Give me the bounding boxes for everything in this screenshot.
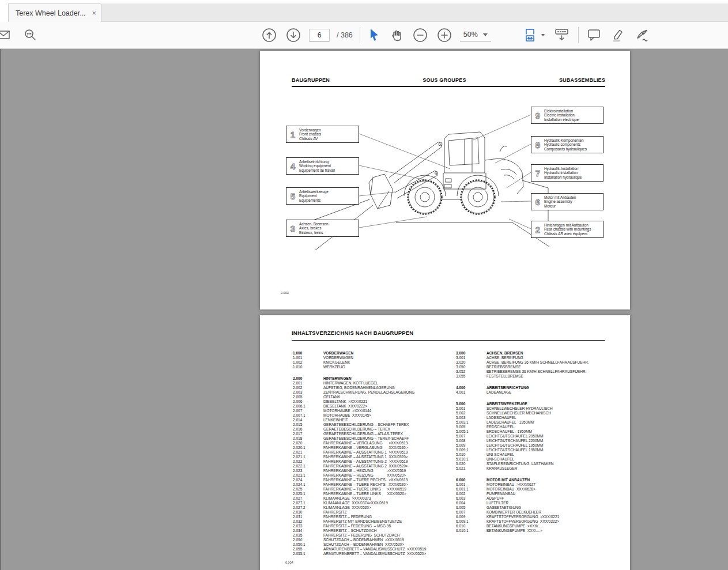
toc-entry: 5.009.1 LEICHTGUTSCHAUFEL 1950MM: [456, 448, 620, 452]
toc-entry-label: FAHRERSITZ – SCHUTZDACH: [323, 529, 376, 533]
toc-entry-number: 6.007: [456, 510, 486, 515]
toc-entry-label: FAHRERKABINE – TUERE RECHTS XXX/0520>: [323, 482, 408, 487]
label-line-de: Elektroinstallation: [544, 109, 579, 113]
zoom-in-button[interactable]: [436, 26, 453, 44]
subassembly-number: 9: [531, 111, 544, 120]
select-tool-button[interactable]: [367, 26, 381, 44]
toc-entry-label: GERAETEBESCHILDERUNG – SCHAEFF-TEREX: [323, 422, 409, 427]
toc-entry-number: 2.024.1: [293, 482, 323, 487]
toc-entry-label: ERDSCHAUFEL 1950MM: [486, 429, 532, 434]
toc-entry-number: 6.000: [456, 478, 486, 482]
toc-title-rule: [292, 340, 605, 341]
comment-button[interactable]: [586, 26, 602, 44]
subassembly-number: 2: [531, 225, 544, 234]
search-button[interactable]: [22, 26, 39, 44]
toc-entry: 6.001 MOTOREINBAU >XXX/0627: [456, 482, 620, 487]
highlight-button[interactable]: [610, 26, 626, 44]
toc-entry-number: 3.050: [456, 365, 486, 369]
toc-entry: 5.005.1 ERDSCHAUFEL 1950MM: [456, 429, 620, 434]
toc-entry: 2.032 FAHRERSITZ MIT BANDSCHEIBENSTUETZE: [293, 519, 457, 524]
toc-entry: 2.007 MOTORHAUBE >XXX/0144: [293, 409, 457, 413]
toc-entry-number: 6.010: [456, 524, 486, 529]
diagram-label-box: 6 Motor mit Anbauten Engine assembly Mot…: [531, 193, 603, 210]
toc-entry-number: 5.002: [456, 411, 486, 416]
toc-entry: 5.003.1 LADESCHAUFEL 1950MM: [456, 420, 620, 425]
document-viewport[interactable]: BAUGRUPPEN SOUS GROUPES SUBASSEMBLIES: [0, 49, 728, 570]
toc-entry-number: 2.005: [293, 395, 323, 399]
toc-entry-number: 2.022: [293, 459, 323, 464]
toc-entry-label: LEICHTGUTSCHAUFEL 1950MM: [486, 443, 543, 448]
fill-sign-button[interactable]: [633, 26, 651, 44]
toc-entry-number: 5.008: [456, 439, 486, 443]
toc-section: 3.000 ACHSEN, BREMSEN 3.001 ACHSE, BEREI…: [456, 351, 620, 379]
hide-toolbar-button[interactable]: [553, 26, 571, 44]
pdf-page-2[interactable]: INHALTSVERZEICHNIS NACH BAUGRUPPEN 1.000…: [260, 315, 630, 570]
toc-entry-label: KLIMAANLAGE XXX/0374>XXX/0519: [323, 501, 388, 505]
tab-bar-background: [101, 3, 728, 22]
toc-entry: 1.002 KNICKGELENK: [293, 360, 457, 365]
toc-entry-number: 2.050: [293, 538, 323, 542]
toc-entry: 2.024 FAHRERKABINE – TUERE RECHTS >XXX/0…: [293, 478, 457, 482]
label-line-fr: Composants hydrauliques: [544, 147, 587, 151]
comment-bubble-icon: [587, 28, 601, 42]
pointer-cursor-icon: [368, 28, 380, 42]
toc-entry: 2.033 FAHRERSITZ – FEDERUNG – MSG 95: [293, 524, 457, 529]
page-number-input[interactable]: [309, 29, 330, 41]
toc-entry-label: BETRIEBSBREMSE 36 KM/H SCHNELLFAHRAUSFUE…: [486, 369, 586, 374]
tab-close-icon[interactable]: ×: [92, 9, 96, 17]
next-page-button[interactable]: [285, 26, 302, 44]
toc-entry: 5.000 ARBEITSWERKZEUGE: [456, 402, 620, 406]
toc-entry: 1.000 VORDERWAGEN: [293, 351, 457, 356]
zoom-level-dropdown[interactable]: 50%: [460, 29, 491, 41]
pdf-page-1[interactable]: BAUGRUPPEN SOUS GROUPES SUBASSEMBLIES: [260, 51, 630, 309]
toc-section: 5.000 ARBEITSWERKZEUGE 5.001 SCHNELLWECH…: [456, 402, 620, 471]
toc-entry-number: 2.050.1: [293, 542, 323, 547]
toc-entry-label: FAHRERSITZ: [323, 510, 346, 515]
toc-entry-label: GASBETAETIGUNG: [486, 505, 521, 510]
page-footer-number: 0.003: [281, 291, 289, 295]
toc-entry-label: FAHRERSITZ – FEDERUNG: [323, 515, 372, 519]
email-button[interactable]: [0, 26, 11, 44]
fit-width-button[interactable]: [523, 26, 546, 44]
toc-entry: 6.009.1 KRAFTSTOFFVERSORGUNG XXX/0222>: [456, 519, 620, 524]
toolbar-divider: [578, 27, 579, 43]
zoom-out-button[interactable]: [412, 26, 429, 44]
toc-entry-number: 5.001: [456, 406, 486, 411]
toc-entry-label: FAHRERSITZ – FEDERUNG SCHUTZDACH: [323, 533, 400, 538]
toc-entry-number: 2.027: [293, 496, 323, 501]
toc-entry-label: UNI-SCHAUFEL: [486, 452, 514, 457]
document-tab[interactable]: Terex Wheel Loader... ×: [8, 3, 101, 22]
toc-entry: 2.027.2 KLIMAANLAGE XXX/0520>: [293, 505, 457, 510]
toc-entry-number: 6.003: [456, 496, 486, 501]
hand-tool-button[interactable]: [388, 26, 405, 44]
toc-entry: 2.001 HINTERWAGEN, KOTFLUEGEL: [293, 381, 457, 386]
toc-entry-number: 2.031: [293, 515, 323, 519]
diagram-label-box: 2 Hinterwagen mit Aufbauten Rear chassis…: [531, 221, 603, 238]
toc-entry-label: KNICKGELENK: [323, 360, 350, 365]
toc-entry-number: 5.005.1: [456, 429, 486, 434]
toc-entry: 6.005 GASBETAETIGUNG: [456, 505, 620, 510]
toc-entry-label: OELTANK: [323, 395, 340, 399]
toc-entry-number: 2.014: [293, 418, 323, 422]
toc-entry-label: FAHRERKABINE – TUERE LINKS >XXX/0519: [323, 487, 406, 492]
toc-entry: 6.009 KRAFTSTOFFVERSORGUNG >XXX/0221: [456, 515, 620, 519]
toc-entry-label: LEICHTGUTSCHAUFEL 2050MM: [486, 434, 543, 439]
subassembly-number: 6: [531, 198, 544, 206]
toc-entry: 2.022 FAHRERKABINE – AUSSTATTUNG 2 >XXX/…: [293, 459, 457, 464]
toc-entry-label: FAHRERKABINE – HEIZUNG >XXX/0519: [323, 469, 406, 473]
toc-entry: 4.001 LADEANLAGE: [456, 390, 620, 395]
toc-entry-number: 1.010: [293, 365, 323, 369]
toc-entry-number: 5.003: [456, 416, 486, 420]
label-line-fr: Installation électrique: [544, 118, 579, 122]
toc-entry: 6.004 LUFTFILTER: [456, 501, 620, 505]
toc-entry: 5.010 UNI-SCHAUFEL: [456, 452, 620, 457]
toc-entry: 1.010 WERKZEUG: [293, 365, 457, 369]
chevron-down-icon: [541, 34, 545, 36]
toc-entry-number: 5.000: [456, 402, 486, 406]
previous-page-button[interactable]: [261, 26, 278, 44]
toc-entry-label: KRANAUSLEGER: [486, 466, 517, 471]
label-line-fr: Châssis AR avec équipem.: [544, 232, 591, 236]
toc-entry-label: FAHRERKABINE – AUSSTATTUNG 2 XXX/0520>: [323, 464, 408, 469]
toc-section: 2.000 HINTERWAGEN 2.001 HINTERWAGEN, KOT…: [293, 376, 457, 556]
toc-entry-label: SCHNELLWECHSLER MECHANISCH: [486, 411, 551, 416]
